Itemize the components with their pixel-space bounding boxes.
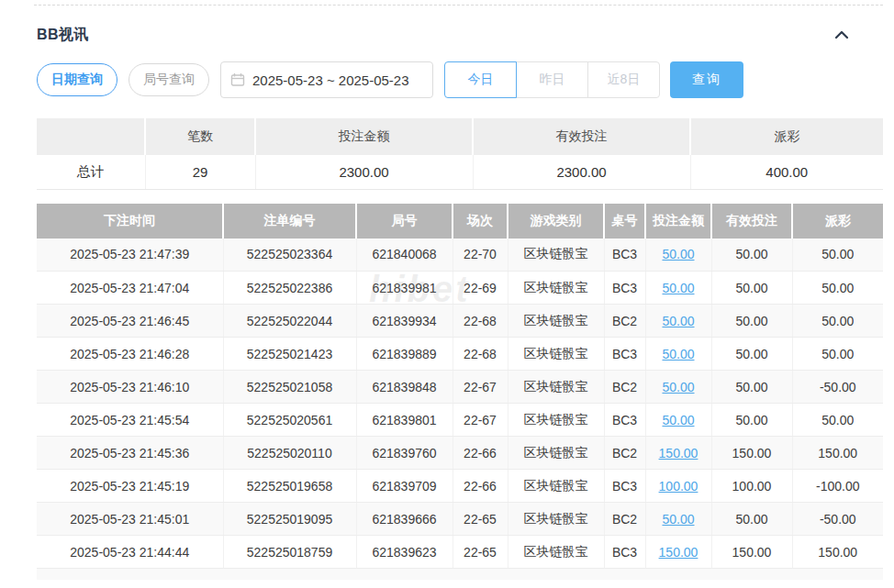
- bet-amount-link[interactable]: 150.00: [659, 545, 698, 560]
- cell-order-id: 522525020110: [223, 437, 356, 470]
- cell-table-id: BC2: [604, 503, 645, 536]
- cell-order-id: 522525020561: [223, 404, 356, 437]
- cell-bet-time: 2025-05-23 21:46:10: [37, 371, 223, 404]
- cell-game-type: 区块链骰宝: [508, 272, 604, 305]
- bet-amount-link[interactable]: 50.00: [662, 380, 694, 394]
- cell-bet-time: 2025-05-23 21:47:04: [37, 272, 223, 305]
- cell-bet-amount: 50.00: [645, 404, 711, 437]
- cell-bet-amount: 150.00: [645, 437, 711, 470]
- bet-amount-link[interactable]: 50.00: [662, 247, 694, 261]
- bet-amount-link[interactable]: 150.00: [659, 446, 698, 460]
- cell-session: 22-69: [453, 272, 508, 305]
- cell-bet-time: 2025-05-23 21:45:01: [37, 503, 223, 536]
- cell-payout: -100.00: [792, 470, 883, 503]
- bet-amount-link[interactable]: 100.00: [659, 479, 698, 494]
- date-range-value: 2025-05-23 ~ 2025-05-23: [252, 72, 409, 88]
- cell-table-id: BC2: [604, 371, 645, 404]
- col-header-payout: 派彩: [792, 204, 883, 239]
- cell-payout: 50.00: [792, 305, 883, 338]
- cell-order-id: 522525021058: [223, 371, 356, 404]
- cell-game-type: 区块链骰宝: [508, 239, 604, 272]
- cell-payout: 50.00: [792, 404, 883, 437]
- cell-order-id: 522525019095: [223, 503, 356, 536]
- tab-round-query[interactable]: 局号查询: [129, 63, 209, 96]
- bb-video-panel: BB视讯 日期查询 局号查询 2025-05-23 ~ 2025-05-23 今…: [0, 5, 894, 588]
- cell-bet-time: 2025-05-23 21:46:28: [37, 338, 223, 371]
- cell-round-id: 621839848: [356, 371, 453, 404]
- bet-amount-link[interactable]: 50.00: [662, 314, 694, 328]
- tab-date-query[interactable]: 日期查询: [37, 63, 117, 96]
- table-row: 2025-05-23 21:45:19522525019658621839709…: [37, 470, 883, 503]
- cell-bet-amount: 50.00: [645, 503, 711, 536]
- summary-header-count: 笔数: [145, 118, 255, 155]
- cell-session: 22-66: [453, 470, 508, 503]
- cell-session: 22-66: [453, 437, 508, 470]
- cell-valid-bet: 50.00: [711, 338, 792, 371]
- col-header-round-id: 局号: [356, 204, 453, 239]
- cell-bet-time: 2025-05-23 21:44:44: [37, 536, 223, 569]
- cell-round-id: 621839709: [356, 470, 453, 503]
- cell-round-id: 621839623: [356, 536, 453, 569]
- cell-table-id: BC2: [604, 305, 645, 338]
- summary-header-bet-amount: 投注金额: [255, 118, 473, 155]
- quick-range-yesterday[interactable]: 昨日: [516, 61, 588, 98]
- cell-valid-bet: 50.00: [711, 404, 792, 437]
- date-range-input[interactable]: 2025-05-23 ~ 2025-05-23: [220, 61, 433, 98]
- cell-session: 22-67: [453, 404, 508, 437]
- cell-round-id: 621839666: [356, 503, 453, 536]
- table-row: 2025-05-23 21:46:28522525021423621839889…: [37, 338, 883, 371]
- cell-bet-amount: 50.00: [645, 272, 711, 305]
- quick-range-today[interactable]: 今日: [444, 61, 517, 98]
- cell-session: 22-65: [453, 536, 508, 569]
- calendar-icon: [230, 72, 245, 87]
- cell-order-id: 522525018759: [223, 536, 356, 569]
- cell-table-id: BC3: [604, 239, 645, 272]
- cell-bet-time: 2025-05-23 21:47:39: [37, 239, 223, 272]
- cell-game-type: 区块链骰宝: [508, 470, 604, 503]
- bet-amount-link[interactable]: 50.00: [662, 281, 694, 295]
- quick-range-group: 今日 昨日 近8日: [444, 61, 660, 98]
- table-row: 2025-05-23 21:46:45522525022044621839934…: [37, 305, 883, 338]
- collapse-chevron-up-icon[interactable]: [833, 28, 850, 41]
- summary-header-blank: [37, 118, 145, 155]
- cell-valid-bet: 50.00: [711, 272, 792, 305]
- cell-game-type: 区块链骰宝: [508, 437, 604, 470]
- cell-game-type: 区块链骰宝: [508, 503, 604, 536]
- cell-order-id: 522525022386: [223, 272, 356, 305]
- cell-session: 22-65: [453, 503, 508, 536]
- table-row: 2025-05-23 21:45:54522525020561621839801…: [37, 404, 883, 437]
- cell-round-id: 621840068: [356, 239, 453, 272]
- bet-amount-link[interactable]: 50.00: [662, 512, 694, 527]
- cell-bet-amount: 50.00: [645, 305, 711, 338]
- cell-payout: 150.00: [792, 536, 883, 569]
- bet-amount-link[interactable]: 50.00: [662, 347, 694, 361]
- cell-table-id: BC3: [604, 272, 645, 305]
- cell-valid-bet: 100.00: [711, 470, 792, 503]
- col-header-session: 场次: [453, 204, 508, 239]
- cell-valid-bet: 50.00: [711, 305, 792, 338]
- page-title: BB视讯: [37, 26, 89, 45]
- cell-bet-amount: 100.00: [645, 470, 711, 503]
- cell-bet-amount: 50.00: [645, 371, 711, 404]
- search-button[interactable]: 查询: [670, 61, 743, 98]
- cell-table-id: BC2: [604, 437, 645, 470]
- records-tbody: 2025-05-23 21:47:39522525023364621840068…: [37, 239, 883, 569]
- summary-total-label: 总计: [37, 155, 145, 189]
- cell-bet-time: 2025-05-23 21:46:45: [37, 305, 223, 338]
- cell-bet-time: 2025-05-23 21:45:36: [37, 437, 223, 470]
- col-header-bet-amount: 投注金额: [645, 204, 711, 239]
- cell-valid-bet: 50.00: [711, 371, 792, 404]
- col-header-bet-time: 下注时间: [37, 204, 223, 239]
- summary-total-count: 29: [145, 155, 255, 189]
- table-row: 2025-05-23 21:44:44522525018759621839623…: [37, 536, 883, 569]
- cell-round-id: 621839889: [356, 338, 453, 371]
- cell-game-type: 区块链骰宝: [508, 305, 604, 338]
- records-header-row: 下注时间 注单编号 局号 场次 游戏类别 桌号 投注金额 有效投注 派彩: [37, 204, 883, 239]
- filter-toolbar: 日期查询 局号查询 2025-05-23 ~ 2025-05-23 今日 昨日 …: [37, 61, 883, 98]
- cell-round-id: 621839981: [356, 272, 453, 305]
- col-header-valid-bet: 有效投注: [711, 204, 792, 239]
- cell-round-id: 621839934: [356, 305, 453, 338]
- cell-valid-bet: 50.00: [711, 503, 792, 536]
- quick-range-8days[interactable]: 近8日: [587, 61, 660, 98]
- bet-amount-link[interactable]: 50.00: [662, 413, 694, 427]
